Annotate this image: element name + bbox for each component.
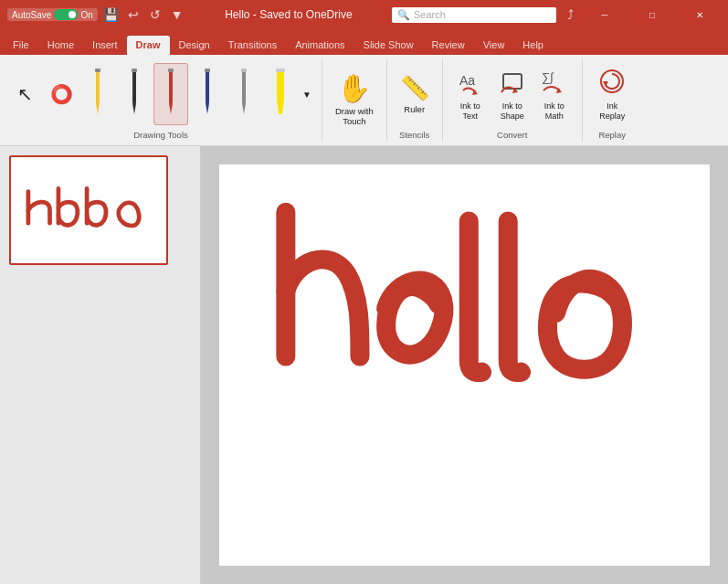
svg-rect-8 xyxy=(168,69,174,72)
svg-marker-13 xyxy=(242,103,246,114)
replay-group: InkReplay Replay xyxy=(583,58,642,142)
title-bar: AutoSave On 💾 ↩ ↺ ▼ Hello - Saved to One… xyxy=(0,0,728,29)
svg-marker-7 xyxy=(169,103,173,114)
svg-rect-5 xyxy=(132,69,137,72)
ribbon-tabs: File Home Insert Draw Design Transitions… xyxy=(0,29,728,55)
autosave-label: AutoSave xyxy=(12,10,51,20)
tab-insert[interactable]: Insert xyxy=(83,36,127,55)
stencils-group: 📏 Ruler Stencils xyxy=(387,58,443,142)
tab-help[interactable]: Help xyxy=(513,36,553,55)
svg-rect-17 xyxy=(276,69,285,72)
svg-rect-15 xyxy=(277,70,284,100)
replay-label: Replay xyxy=(598,130,626,140)
select-arrow-icon: ↖ xyxy=(17,83,33,105)
svg-marker-10 xyxy=(206,103,209,114)
autosave-badge: AutoSave On xyxy=(7,8,98,21)
tab-file[interactable]: File xyxy=(4,36,38,55)
title-bar-center: Hello - Saved to OneDrive xyxy=(185,8,392,21)
ink-to-text-label: Ink toText xyxy=(460,101,480,122)
close-button[interactable]: ✕ xyxy=(679,0,721,29)
pen-gray-button[interactable] xyxy=(227,63,261,125)
slide-panel: 1 xyxy=(0,146,201,584)
pen-yellow-button[interactable] xyxy=(80,63,115,125)
svg-marker-1 xyxy=(96,103,100,114)
tab-view[interactable]: View xyxy=(474,36,514,55)
highlighter-button[interactable] xyxy=(263,63,298,125)
ruler-icon: 📏 xyxy=(400,74,429,102)
tab-home[interactable]: Home xyxy=(38,36,83,55)
stencils-label: Stencils xyxy=(399,130,429,140)
svg-rect-14 xyxy=(241,69,247,72)
title-bar-right: 🔍 Search ⤴ ─ □ ✕ xyxy=(392,0,721,29)
save-button[interactable]: 💾 xyxy=(103,6,120,23)
share-button[interactable]: ⤴ xyxy=(562,6,578,23)
customize-button[interactable]: ▼ xyxy=(169,6,185,23)
svg-rect-6 xyxy=(169,70,173,103)
stencils-content: 📏 Ruler xyxy=(395,60,435,128)
ink-replay-label: InkReplay xyxy=(599,101,625,122)
tab-animations[interactable]: Animations xyxy=(286,36,353,55)
pen-black-button[interactable] xyxy=(117,63,152,125)
drawing-tools-group: ↖ ⭕ xyxy=(0,58,322,142)
tab-slideshow[interactable]: Slide Show xyxy=(354,36,423,55)
ink-to-text-button[interactable]: Aa Ink toText xyxy=(450,61,491,127)
pen-darkblue-icon xyxy=(199,69,216,120)
tab-design[interactable]: Design xyxy=(170,36,219,55)
ribbon: ↖ ⭕ xyxy=(0,55,728,146)
slide-thumbnail-wrapper: 1 xyxy=(9,155,191,265)
ink-replay-icon xyxy=(597,67,627,100)
draw-with-touch-group: ✋ Draw withTouch xyxy=(322,58,387,142)
window-title: Hello - Saved to OneDrive xyxy=(225,8,352,21)
tab-draw[interactable]: Draw xyxy=(127,36,170,55)
replay-content: InkReplay xyxy=(592,60,632,128)
slide-thumb-hello-svg xyxy=(11,162,166,259)
minimize-button[interactable]: ─ xyxy=(584,0,626,29)
drawing-tools-content: ↖ ⭕ xyxy=(7,60,314,128)
pen-black-icon xyxy=(126,69,142,120)
ink-to-shape-icon xyxy=(498,67,527,100)
draw-with-touch-button[interactable]: ✋ Draw withTouch xyxy=(330,67,379,133)
tab-transitions[interactable]: Transitions xyxy=(219,36,286,55)
pen-red-button[interactable] xyxy=(153,63,188,125)
svg-marker-16 xyxy=(277,100,284,114)
ink-to-math-button[interactable]: ∑∫ Ink toMath xyxy=(534,61,575,127)
svg-marker-4 xyxy=(132,103,136,114)
ruler-button[interactable]: 📏 Ruler xyxy=(395,61,435,127)
pen-gray-icon xyxy=(236,69,252,120)
svg-rect-12 xyxy=(242,70,246,103)
svg-text:Aa: Aa xyxy=(459,73,475,88)
ink-replay-button[interactable]: InkReplay xyxy=(592,61,632,127)
pen-dropdown-button[interactable]: ▼ xyxy=(300,63,314,125)
tab-review[interactable]: Review xyxy=(423,36,474,55)
draw-touch-icon: ✋ xyxy=(337,72,371,104)
slide-canvas xyxy=(219,165,710,566)
canvas-area[interactable] xyxy=(201,146,728,584)
convert-group: Aa Ink toText Ink toShape ∑∫ xyxy=(443,58,583,142)
svg-marker-25 xyxy=(603,81,608,87)
svg-rect-2 xyxy=(95,69,100,72)
restore-button[interactable]: □ xyxy=(631,0,673,29)
ink-to-shape-button[interactable]: Ink toShape xyxy=(492,61,533,127)
svg-text:∑∫: ∑∫ xyxy=(542,70,554,84)
svg-rect-3 xyxy=(132,70,136,103)
lasso-tool-button[interactable]: ⭕ xyxy=(44,63,79,125)
ruler-label: Ruler xyxy=(404,104,425,114)
slide-thumb-inner xyxy=(11,157,166,263)
undo-button[interactable]: ↩ xyxy=(125,6,142,23)
lasso-icon: ⭕ xyxy=(50,83,73,105)
convert-label: Convert xyxy=(497,130,527,140)
svg-rect-11 xyxy=(205,69,210,72)
select-tool-button[interactable]: ↖ xyxy=(7,63,42,125)
search-bar[interactable]: 🔍 Search xyxy=(392,7,556,23)
svg-rect-9 xyxy=(206,70,209,103)
search-placeholder: Search xyxy=(414,9,446,20)
autosave-toggle[interactable] xyxy=(54,9,78,20)
pen-darkblue-button[interactable] xyxy=(190,63,225,125)
convert-content: Aa Ink toText Ink toShape ∑∫ xyxy=(450,60,575,128)
svg-rect-0 xyxy=(96,70,100,103)
slide-thumbnail[interactable] xyxy=(9,155,168,265)
redo-button[interactable]: ↺ xyxy=(147,6,164,23)
autosave-state: On xyxy=(80,10,92,20)
ink-to-shape-label: Ink toShape xyxy=(501,101,524,122)
hello-large-svg xyxy=(219,165,710,566)
